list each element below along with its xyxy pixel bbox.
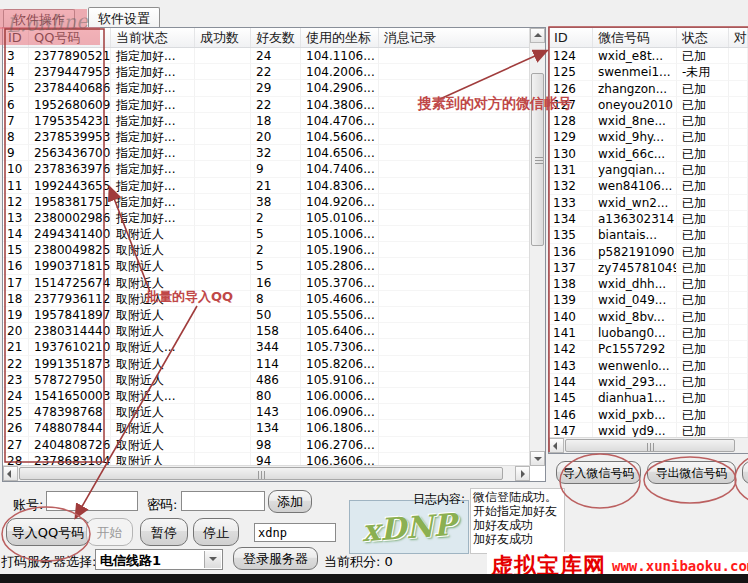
account-label: 账号: (13, 496, 43, 514)
scroll-right-button[interactable] (515, 466, 530, 481)
table-row[interactable]: 14 2494341400 取附近人 5 105.1006... (3, 226, 530, 242)
table-row[interactable]: 6 1952680609 指定加好... 22 104.3806... (3, 97, 530, 113)
table-row[interactable]: 128 wxid_8ne... 已加 (549, 113, 748, 129)
hscroll-thumb[interactable] (19, 467, 503, 480)
password-label: 密码: (147, 496, 177, 514)
qq-table-horizontal-scrollbar[interactable] (3, 465, 530, 481)
table-row[interactable]: 21 1937610210 取附近人... 344 105.7306... (3, 339, 530, 355)
table-row[interactable]: 146 wxid_pxb... 已加 (549, 407, 748, 423)
col-message-log[interactable]: 消息记录 (379, 28, 545, 47)
table-row[interactable]: 134 a136302314 已加 (549, 211, 748, 227)
table-row[interactable]: 22 1991351873 取附近人 114 105.8206... (3, 356, 530, 372)
captcha-server-label: 打码服务器选择: (1, 553, 96, 571)
col-status[interactable]: 状态 (677, 28, 729, 47)
table-row[interactable]: 144 wxid_293... 已加 (549, 374, 748, 390)
table-row[interactable]: 126 zhangzon... 已加 (549, 81, 748, 97)
password-input[interactable] (181, 491, 265, 511)
export-wechat-button[interactable]: 导出微信号码 (647, 461, 736, 484)
table-row[interactable]: 11 1992443655 指定加好... 21 104.8306... (3, 178, 530, 194)
col-current-status[interactable]: 当前状态 (111, 28, 195, 47)
stop-button[interactable]: 停止 (193, 518, 239, 546)
table-row[interactable]: 13 2380002986 指定加好... 2 105.0106... (3, 210, 530, 226)
col-id[interactable]: ID (3, 28, 29, 47)
hscroll-thumb[interactable] (565, 439, 735, 452)
table-row[interactable]: 28 2378683104 取附近人 94 106.3606... (3, 453, 530, 466)
thumb-grip (647, 443, 655, 451)
table-row[interactable]: 19 1957841897 取附近人 50 105.5506... (3, 307, 530, 323)
thumb-grip (258, 471, 266, 479)
table-row[interactable]: 24 1541650003 取附近人... 80 106.0006... (3, 388, 530, 404)
log-label: 日志内容: (413, 491, 465, 508)
account-input[interactable] (46, 491, 138, 511)
col-qq-number[interactable]: QQ号码 (29, 28, 111, 47)
login-server-button[interactable]: 登录服务器 (233, 547, 318, 570)
table-row[interactable]: 15 2380049825 取附近人 2 105.1906... (3, 242, 530, 258)
table-row[interactable]: 133 wxid_wn2... 已加 (549, 195, 748, 211)
table-row[interactable]: 132 wen84106... 已加 (549, 178, 748, 194)
col-wechat-number[interactable]: 微信号码 (593, 28, 677, 47)
table-row[interactable]: 27 2404808726 取附近人 98 106.2706... (3, 437, 530, 453)
table-row[interactable]: 127 oneyou2010 已加 (549, 97, 748, 113)
table-row[interactable]: 9 2563436700 指定加好... 32 104.6506... (3, 145, 530, 161)
col-success-count[interactable]: 成功数 (195, 28, 251, 47)
captcha-code-input[interactable] (254, 523, 336, 542)
table-row[interactable]: 136 p582191090 已加 (549, 244, 748, 260)
table-row[interactable]: 17 1514725674 取附近人 16 105.3706... (3, 275, 530, 291)
table-row[interactable]: 131 yangqian... 已加 (549, 162, 748, 178)
table-row[interactable]: 26 748807844 取附近人 134 106.1806... (3, 420, 530, 436)
bottom-black-bar (0, 574, 748, 583)
import-wechat-button[interactable]: 导入微信号码 (556, 461, 641, 484)
captcha-image: xDNP (349, 500, 469, 554)
pause-button[interactable]: 暂停 (140, 518, 188, 546)
vscroll-thumb[interactable] (531, 73, 544, 246)
table-row[interactable]: 137 zy745781049 已加 (549, 260, 748, 276)
wechat-table-body: 124 wxid_e8t... 已加 125 swenmei1... -未用 1… (549, 48, 748, 438)
table-row[interactable]: 3 2377890521 指定加好... 24 104.1106... (3, 48, 530, 64)
add-button[interactable]: 添加 (268, 490, 312, 513)
col-id[interactable]: ID (549, 28, 593, 47)
table-row[interactable]: 20 2380314440 取附近人 158 105.6406... (3, 323, 530, 339)
arrow-up-icon (534, 33, 542, 37)
table-row[interactable]: 140 wxid_8bv... 已加 (549, 309, 748, 325)
log-content: 微信登陆成功。 开始指定加好友 加好友成功 加好友成功 (470, 488, 565, 554)
table-row[interactable]: 124 wxid_e8t... 已加 (549, 48, 748, 64)
col-partial[interactable]: 对 (729, 28, 748, 47)
table-row[interactable]: 10 2378363976 指定加好... 9 104.7406... (3, 161, 530, 177)
table-row[interactable]: 142 Pc1557292 已加 (549, 341, 748, 357)
table-row[interactable]: 130 wxid_66c... 已加 (549, 146, 748, 162)
table-row[interactable]: 145 dianhua1... 已加 (549, 390, 748, 406)
col-used-coordinate[interactable]: 使用的坐标 (301, 28, 379, 47)
dropdown-arrow-button[interactable] (204, 551, 221, 568)
scroll-down-button[interactable] (530, 451, 545, 466)
table-row[interactable]: 139 wxid_049... 已加 (549, 292, 748, 308)
scroll-left-button[interactable] (3, 466, 18, 481)
col-friend-count[interactable]: 好友数 (251, 28, 301, 47)
table-row[interactable]: 143 wenwenlo... 已加 (549, 358, 748, 374)
table-row[interactable]: 23 578727950 取附近人 486 105.9106... (3, 372, 530, 388)
table-row[interactable]: 12 1958381751 指定加好... 38 104.9206... (3, 194, 530, 210)
table-row[interactable]: 141 luobang0... 已加 (549, 325, 748, 341)
table-row[interactable]: 7 1795354231 指定加好... 18 104.4706... (3, 113, 530, 129)
table-row[interactable]: 16 1990371815 取附近人 5 105.2806... (3, 258, 530, 274)
scroll-up-button[interactable] (530, 28, 545, 43)
table-row[interactable]: 5 2378440686 指定加好... 29 104.2906... (3, 80, 530, 96)
server-line-dropdown[interactable]: 电信线路1 (95, 549, 223, 570)
table-row[interactable]: 135 biantais... 已加 (549, 227, 748, 243)
start-button[interactable]: 开始 (86, 518, 133, 546)
clipped-button[interactable] (742, 461, 748, 484)
qq-table-vertical-scrollbar[interactable] (529, 28, 545, 466)
table-row[interactable]: 125 swenmei1... -未用 (549, 64, 748, 80)
table-row[interactable]: 18 2377936112 取附近人 8 105.4606... (3, 291, 530, 307)
import-qq-button[interactable]: 导入QQ号码 (6, 518, 90, 546)
qq-table-body: 3 2377890521 指定加好... 24 104.1106... 4 23… (3, 48, 530, 466)
wechat-table-horizontal-scrollbar[interactable] (549, 437, 748, 453)
scroll-left-button[interactable] (549, 438, 564, 453)
table-row[interactable]: 8 2378539953 指定加好... 20 104.5606... (3, 129, 530, 145)
table-row[interactable]: 25 478398768 取附近人 143 106.0906... (3, 404, 530, 420)
captcha-text: xDNP (361, 506, 457, 547)
table-row[interactable]: 147 wxid_yd9... 已加 (549, 423, 748, 438)
table-row[interactable]: 4 2379447953 指定加好... 22 104.2006... (3, 64, 530, 80)
table-row[interactable]: 138 wxid_dhh... 已加 (549, 276, 748, 292)
arrow-down-icon (534, 457, 542, 461)
table-row[interactable]: 129 wxid_9hy... 已加 (549, 129, 748, 145)
